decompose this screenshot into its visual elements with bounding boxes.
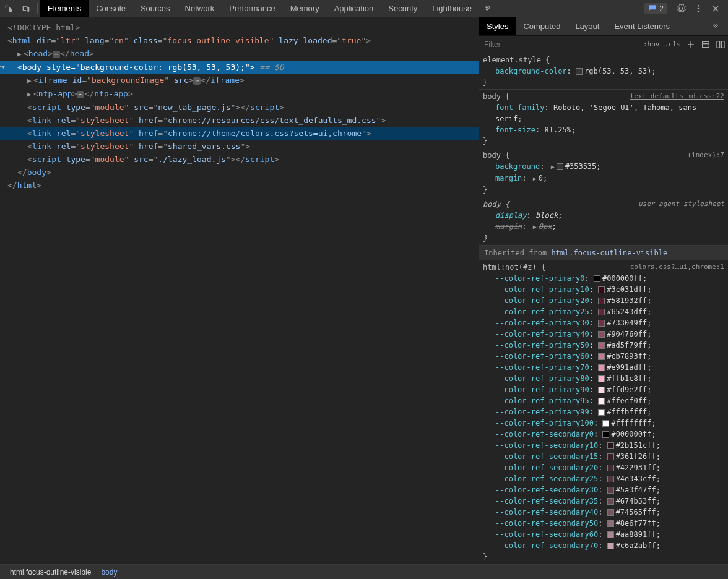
sidebar-tab-computed[interactable]: Computed xyxy=(516,17,568,35)
svg-point-2 xyxy=(698,11,700,12)
css-property[interactable]: --color-ref-primary99: #fffbffff; xyxy=(483,406,724,418)
css-property[interactable]: --color-ref-secondary15: #361f26ff; xyxy=(483,451,724,462)
css-property[interactable]: --color-ref-primary10: #3c031dff; xyxy=(483,284,724,295)
style-rule[interactable]: element.style {background-color: rgb(53,… xyxy=(479,53,728,90)
style-rule[interactable]: body {user agent stylesheetdisplay: bloc… xyxy=(479,197,728,246)
css-property[interactable]: --color-ref-primary20: #581932ff; xyxy=(483,295,724,306)
tab-network[interactable]: Network xyxy=(178,0,222,17)
css-property[interactable]: font-size: 81.25%; xyxy=(483,124,724,135)
css-property[interactable]: --color-ref-primary90: #ffd9e2ff; xyxy=(483,384,724,395)
breadcrumb-item[interactable]: body xyxy=(96,567,122,578)
css-property[interactable]: background: ▶#353535; xyxy=(483,161,724,173)
css-property[interactable]: --color-ref-secondary30: #5a3f47ff; xyxy=(483,484,724,495)
devtools-toolbar: ElementsConsoleSourcesNetworkPerformance… xyxy=(0,0,728,17)
css-property[interactable]: --color-ref-primary0: #000000ff; xyxy=(483,273,724,284)
dom-ntp-app[interactable]: ▶<ntp-app>⋯</ntp-app> xyxy=(0,87,479,101)
tab-application[interactable]: Application xyxy=(327,0,381,17)
tab-sources[interactable]: Sources xyxy=(133,0,178,17)
styles-rules[interactable]: element.style {background-color: rgb(53,… xyxy=(479,53,728,564)
css-property[interactable]: --color-ref-secondary25: #4e343cff; xyxy=(483,473,724,484)
dom-iframe[interactable]: ▶<iframe id="backgroundImage" src>⋯</ifr… xyxy=(0,74,479,87)
css-property[interactable]: background-color: rgb(53, 53, 53); xyxy=(483,66,724,77)
hov-toggle[interactable]: :hov xyxy=(641,39,662,49)
inspect-icon[interactable] xyxy=(0,0,17,17)
tab-lighthouse[interactable]: Lighthouse xyxy=(425,0,479,17)
svg-rect-3 xyxy=(703,41,709,47)
issues-badge[interactable]: 2 xyxy=(644,3,667,14)
sidebar-tab-layout[interactable]: Layout xyxy=(568,17,607,35)
css-property[interactable]: margin: ▶8px; xyxy=(483,221,724,233)
dom-script1[interactable]: <script type="module" src="new_tab_page.… xyxy=(0,101,479,114)
dom-html-open[interactable]: <html dir="ltr" lang="en" class="focus-o… xyxy=(0,34,479,47)
dom-link1[interactable]: <link rel="stylesheet" href="chrome://re… xyxy=(0,114,479,127)
sidebar-tab-styles[interactable]: Styles xyxy=(479,17,516,35)
style-rule[interactable]: body {text_defaults_md.css:22font-family… xyxy=(479,90,728,148)
more-icon[interactable] xyxy=(690,0,707,17)
settings-icon[interactable] xyxy=(672,0,690,17)
style-rule[interactable]: html:not(#z) {colors.css?…ui,chrome:1--c… xyxy=(479,260,728,564)
tab-memory[interactable]: Memory xyxy=(283,0,327,17)
device-toggle-icon[interactable] xyxy=(17,0,35,17)
css-property[interactable]: --color-ref-primary25: #65243dff; xyxy=(483,306,724,317)
cls-toggle[interactable]: .cls xyxy=(662,39,684,49)
css-property[interactable]: --color-ref-secondary0: #000000ff; xyxy=(483,429,724,440)
more-tabs-icon[interactable] xyxy=(479,0,496,17)
svg-point-0 xyxy=(698,5,700,7)
toolbar-divider xyxy=(37,3,38,14)
styles-filter-input[interactable] xyxy=(479,40,641,49)
new-style-rule-icon[interactable] xyxy=(683,37,698,52)
style-rule[interactable]: body {(index):7background: ▶#353535;marg… xyxy=(479,148,728,197)
svg-rect-5 xyxy=(721,41,724,48)
sidebar-tab-event-listeners[interactable]: Event Listeners xyxy=(607,17,677,35)
close-icon[interactable] xyxy=(707,0,724,17)
css-property[interactable]: --color-ref-primary70: #e991adff; xyxy=(483,362,724,373)
css-property[interactable]: margin: ▶0; xyxy=(483,173,724,184)
dom-link2-hover[interactable]: <link rel="stylesheet" href="chrome://th… xyxy=(0,127,479,140)
tab-console[interactable]: Console xyxy=(89,0,133,17)
css-property[interactable]: --color-ref-primary60: #cb7893ff; xyxy=(483,351,724,362)
css-property[interactable]: --color-ref-primary100: #ffffffff; xyxy=(483,418,724,429)
dom-breadcrumb: html.focus-outline-visiblebody xyxy=(0,564,728,579)
sidebar-tabs: StylesComputedLayoutEvent Listeners xyxy=(479,17,728,36)
dom-script2[interactable]: <script type="module" src="./lazy_load.j… xyxy=(0,153,479,166)
styles-panel: StylesComputedLayoutEvent Listeners :hov… xyxy=(479,17,728,564)
css-property[interactable]: display: block; xyxy=(483,210,724,221)
css-property[interactable]: --color-ref-secondary10: #2b151cff; xyxy=(483,440,724,451)
dom-html-close[interactable]: </html> xyxy=(0,179,479,192)
css-property[interactable]: --color-ref-primary40: #904760ff; xyxy=(483,328,724,340)
issues-count: 2 xyxy=(659,4,664,13)
dom-tree[interactable]: <!DOCTYPE html> <html dir="ltr" lang="en… xyxy=(0,17,479,564)
svg-rect-4 xyxy=(717,41,720,48)
css-property[interactable]: --color-ref-secondary60: #aa8891ff; xyxy=(483,529,724,540)
css-property[interactable]: --color-ref-primary50: #ad5f79ff; xyxy=(483,340,724,351)
tab-elements[interactable]: Elements xyxy=(40,0,89,17)
dom-body-close[interactable]: </body> xyxy=(0,166,479,179)
css-property[interactable]: --color-ref-primary30: #733049ff; xyxy=(483,317,724,328)
tab-performance[interactable]: Performance xyxy=(222,0,282,17)
dom-doctype: <!DOCTYPE html> xyxy=(7,23,80,32)
sidebar-more-icon[interactable] xyxy=(703,17,728,35)
svg-point-1 xyxy=(698,7,700,9)
styles-filter-bar: :hov .cls xyxy=(479,36,728,53)
css-property[interactable]: --color-ref-secondary50: #8e6f77ff; xyxy=(483,518,724,529)
css-property[interactable]: font-family: Roboto, 'Segoe UI', Tahoma,… xyxy=(483,102,724,124)
dom-body-selected[interactable]: <body style="background-color: rgb(53, 5… xyxy=(0,61,479,74)
toolbar-right: 2 xyxy=(644,0,728,17)
css-property[interactable]: --color-ref-secondary20: #422931ff; xyxy=(483,462,724,473)
tab-security[interactable]: Security xyxy=(381,0,425,17)
rendering-toggle-icon[interactable] xyxy=(713,37,728,52)
css-property[interactable]: --color-ref-secondary35: #674b53ff; xyxy=(483,495,724,507)
panel-tabs: ElementsConsoleSourcesNetworkPerformance… xyxy=(40,0,479,17)
css-property[interactable]: --color-ref-primary80: #ffb1c8ff; xyxy=(483,373,724,384)
computed-toggle-icon[interactable] xyxy=(698,37,713,52)
css-property[interactable]: --color-ref-primary95: #ffecf0ff; xyxy=(483,395,724,406)
dom-head[interactable]: ▶<head>⋯</head> xyxy=(0,47,479,61)
css-property[interactable]: --color-ref-secondary70: #c6a2abff; xyxy=(483,540,724,551)
inherited-from-bar: Inherited from html.focus-outline-visibl… xyxy=(479,246,728,260)
breadcrumb-item[interactable]: html.focus-outline-visible xyxy=(5,567,96,578)
css-property[interactable]: --color-ref-secondary40: #74565fff; xyxy=(483,507,724,518)
dom-link3[interactable]: <link rel="stylesheet" href="shared_vars… xyxy=(0,140,479,153)
